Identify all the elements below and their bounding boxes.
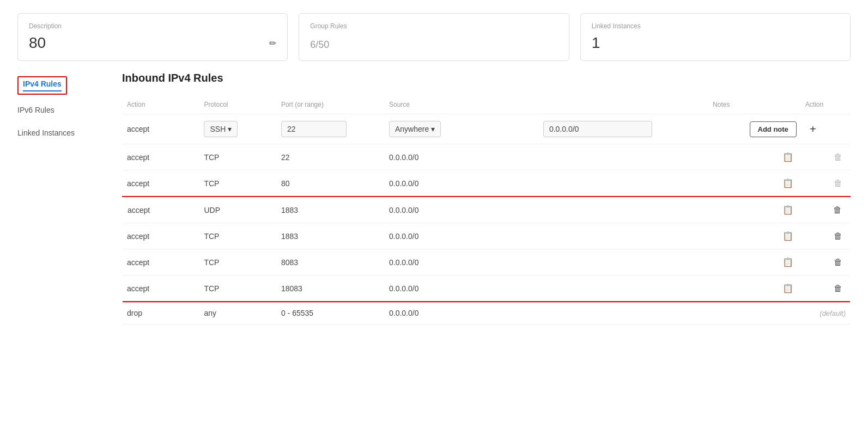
table-header-row: Action Protocol Port (or range) Source N… [123, 97, 850, 114]
rule-port: 1883 [277, 197, 385, 223]
delete-rule-button[interactable]: 🗑 [830, 204, 845, 216]
rule-notes: 📋 [708, 249, 801, 275]
table-row: accept TCP 18083 0.0.0.0/0 📋 🗑 [123, 275, 850, 302]
rule-source2 [539, 144, 708, 170]
source-dropdown-icon: ▾ [431, 125, 435, 133]
rule-action: accept [123, 197, 199, 223]
description-label: Description [29, 22, 276, 30]
table-row: drop any 0 - 65535 0.0.0.0/0 (default) [123, 302, 850, 324]
group-rules-value-row: 6/50 [310, 34, 557, 52]
table-row: accept TCP 80 0.0.0.0/0 📋 🗑 [123, 170, 850, 197]
rule-port: 22 [277, 144, 385, 170]
description-edit-icon[interactable]: ✏ [269, 38, 276, 48]
rule-source: 0.0.0.0/0 [385, 249, 539, 275]
col-header-action: Action [123, 97, 199, 114]
col-header-action-btn: Action [801, 97, 850, 114]
description-value: 80 [29, 34, 46, 52]
note-icon-button[interactable]: 📋 [779, 230, 797, 242]
rule-delete-cell: 🗑 [801, 144, 850, 170]
rule-delete-cell: 🗑 [801, 275, 850, 302]
delete-rule-button[interactable]: 🗑 [830, 151, 846, 163]
col-header-source: Source [385, 97, 539, 114]
port-input[interactable] [281, 121, 347, 137]
sidebar-item-linked-instances[interactable]: Linked Instances [17, 123, 105, 143]
note-icon-button[interactable]: 📋 [779, 204, 797, 216]
rule-source2 [539, 170, 708, 197]
table-row: accept TCP 8083 0.0.0.0/0 📋 🗑 [123, 249, 850, 275]
sidebar: IPv4 Rules IPv6 Rules Linked Instances [17, 72, 105, 324]
table-row: accept TCP 22 0.0.0.0/0 📋 🗑 [123, 144, 850, 170]
rule-source2 [539, 275, 708, 302]
rule-source-cidr-cell [539, 114, 708, 144]
protocol-select[interactable]: SSH ▾ [204, 121, 238, 137]
linked-instances-value-row: 1 [592, 34, 839, 52]
table-row: accept SSH ▾ Anywhere ▾ [123, 114, 850, 144]
col-header-notes: Notes [708, 97, 801, 114]
delete-rule-button[interactable]: 🗑 [830, 177, 846, 189]
rule-source2 [539, 197, 708, 223]
source-cidr-input[interactable] [543, 121, 652, 137]
main-content: IPv4 Rules IPv6 Rules Linked Instances I… [0, 72, 868, 324]
sidebar-item-ipv4-label: IPv4 Rules [23, 79, 62, 88]
sidebar-item-linked-label: Linked Instances [17, 128, 75, 137]
group-rules-separator: /50 [315, 39, 329, 50]
col-header-protocol: Protocol [199, 97, 276, 114]
delete-rule-button[interactable]: 🗑 [830, 230, 846, 242]
rule-add-cell: + [801, 114, 850, 144]
rule-source2 [539, 249, 708, 275]
rule-protocol: TCP [199, 144, 276, 170]
rule-protocol: any [199, 302, 276, 324]
note-icon-button[interactable]: 📋 [779, 151, 797, 163]
delete-rule-button[interactable]: 🗑 [830, 256, 846, 268]
rule-port: 8083 [277, 249, 385, 275]
rule-source: 0.0.0.0/0 [385, 223, 539, 249]
rule-action: accept [123, 223, 199, 249]
linked-instances-label: Linked Instances [592, 22, 839, 30]
add-note-button[interactable]: Add note [750, 121, 797, 137]
col-header-port: Port (or range) [277, 97, 385, 114]
protocol-select-value: SSH [210, 125, 226, 133]
source-select[interactable]: Anywhere ▾ [389, 121, 441, 137]
rule-source: 0.0.0.0/0 [385, 170, 539, 197]
add-rule-button[interactable]: + [805, 121, 821, 137]
rule-port: 1883 [277, 223, 385, 249]
rule-protocol: TCP [199, 170, 276, 197]
rule-default-label: (default) [801, 302, 850, 324]
table-row: accept TCP 1883 0.0.0.0/0 📋 🗑 [123, 223, 850, 249]
rules-table: Action Protocol Port (or range) Source N… [122, 97, 851, 324]
group-rules-label: Group Rules [310, 22, 557, 30]
rule-action: accept [123, 275, 199, 302]
rule-protocol: TCP [199, 249, 276, 275]
group-rules-card: Group Rules 6/50 [299, 13, 569, 61]
rule-source: 0.0.0.0/0 [385, 144, 539, 170]
protocol-dropdown-icon: ▾ [228, 125, 232, 133]
delete-rule-button[interactable]: 🗑 [830, 283, 846, 295]
rule-port: 80 [277, 170, 385, 197]
rule-delete-cell: 🗑 [801, 170, 850, 197]
rule-source: 0.0.0.0/0 [385, 275, 539, 302]
note-icon-button[interactable]: 📋 [779, 282, 797, 295]
note-icon-button[interactable]: 📋 [779, 256, 797, 268]
table-row: accept UDP 1883 0.0.0.0/0 📋 🗑 [123, 197, 850, 223]
content-area: Inbound IPv4 Rules Action Protocol Port … [105, 72, 851, 324]
rule-notes-cell: Add note [708, 114, 801, 144]
rule-action: accept [123, 144, 199, 170]
rule-delete-cell: 🗑 [801, 223, 850, 249]
rule-port-cell [277, 114, 385, 144]
sidebar-item-ipv6-label: IPv6 Rules [17, 106, 54, 114]
rule-notes: 📋 [708, 144, 801, 170]
sidebar-item-ipv4-rules[interactable]: IPv4 Rules [17, 76, 67, 95]
group-rules-fraction: 6/50 [310, 34, 329, 52]
source-select-value: Anywhere [395, 125, 429, 133]
rule-notes: 📋 [708, 223, 801, 249]
rule-action: accept [123, 114, 199, 144]
rule-port: 0 - 65535 [277, 302, 385, 324]
rule-action: accept [123, 249, 199, 275]
description-card: Description 80 ✏ [17, 13, 288, 61]
rule-protocol: TCP [199, 275, 276, 302]
rule-protocol: UDP [199, 197, 276, 223]
group-rules-used: 6 [310, 39, 315, 50]
rule-protocol-cell: SSH ▾ [199, 114, 276, 144]
note-icon-button[interactable]: 📋 [779, 177, 797, 189]
sidebar-item-ipv6-rules[interactable]: IPv6 Rules [17, 100, 105, 120]
